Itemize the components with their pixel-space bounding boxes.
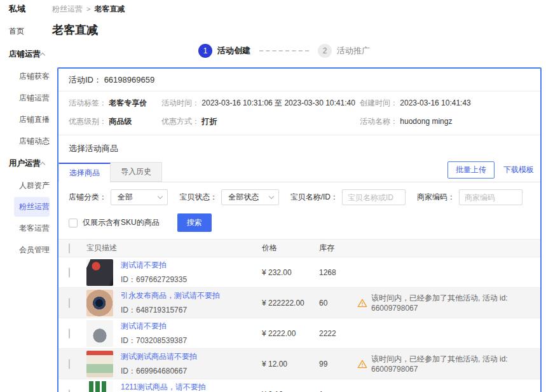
field-activity-time: 活动时间： 2023-03-16 10:31:06 至 2023-03-30 1… bbox=[161, 98, 360, 109]
product-price: ¥ 12.00 bbox=[262, 360, 319, 368]
shop-category-select[interactable]: 全部 bbox=[111, 189, 168, 205]
item-status-label: 宝贝状态： bbox=[179, 192, 217, 203]
sidebar-item-fans-ops-active[interactable]: 粉丝运营 bbox=[14, 197, 50, 217]
row-checkbox[interactable] bbox=[69, 389, 70, 392]
sidebar-item-member-mgmt[interactable]: 会员管理 bbox=[0, 239, 52, 260]
product-price: ¥ 232.00 bbox=[262, 268, 319, 277]
sku-only-checkbox[interactable] bbox=[69, 219, 78, 227]
activity-id-label: 活动ID： bbox=[69, 75, 102, 84]
sidebar-group-user-ops[interactable]: 用户运营 bbox=[0, 152, 52, 175]
table-row: 1211测试商品，请不要拍 ID：609485400381 ¥ 0.10 1 bbox=[58, 379, 540, 392]
product-stock: 1 bbox=[319, 390, 357, 392]
product-title-link[interactable]: 1211测试商品，请不要拍 bbox=[121, 382, 206, 392]
sku-filter-row: 仅展示含有SKU的商品 搜索 bbox=[58, 205, 540, 239]
item-status-select[interactable]: 全部状态 bbox=[221, 189, 278, 205]
product-id: 703208539387 bbox=[136, 336, 187, 345]
product-stock: 2222 bbox=[319, 329, 357, 338]
breadcrumb: 粉丝运营 > 老客直减 bbox=[52, 4, 125, 15]
warning-text: 该时间内，已经参加了其他活动, 活动 id: 66009798067 bbox=[371, 354, 540, 374]
sidebar-group-label: 店铺运营 bbox=[9, 49, 41, 60]
app-window: 私域 粉丝运营 > 老客直减 首页 店铺运营 店铺获客 店铺运营 店铺直播 店铺… bbox=[0, 0, 546, 392]
brand-logo: 私域 bbox=[0, 3, 52, 15]
chevron-down-icon bbox=[268, 194, 273, 199]
row-checkbox[interactable] bbox=[69, 328, 70, 339]
sidebar-item-shop-feed[interactable]: 店铺动态 bbox=[0, 130, 52, 152]
product-id: 697662729335 bbox=[136, 275, 187, 284]
field-discount-method: 优惠方式： 打折 bbox=[161, 116, 360, 127]
product-image[interactable] bbox=[86, 320, 113, 347]
warning-icon bbox=[357, 359, 367, 369]
product-price: ¥ 0.10 bbox=[262, 390, 319, 392]
table-row: 测试测试商品请不要拍 ID：669964680667 ¥ 12.00 99 该时… bbox=[58, 349, 540, 379]
search-button[interactable]: 搜索 bbox=[177, 213, 212, 232]
field-discount-level: 优惠级别： 商品级 bbox=[69, 116, 161, 127]
row-checkbox[interactable] bbox=[69, 267, 70, 278]
product-title-link[interactable]: 测试请不要拍 bbox=[121, 321, 187, 332]
warning-icon bbox=[357, 298, 367, 308]
product-stock: 60 bbox=[319, 299, 357, 308]
tab-import-history[interactable]: 导入历史 bbox=[111, 162, 162, 182]
shop-category-label: 店铺分类： bbox=[69, 192, 107, 203]
product-title-link[interactable]: 测试请不要拍 bbox=[121, 260, 187, 271]
breadcrumb-current: 老客直减 bbox=[94, 4, 125, 15]
section-title: 选择活动商品 bbox=[58, 135, 540, 161]
tab-strip: 选择商品 导入历史 批量上传 下载模板 bbox=[58, 161, 540, 182]
sidebar-item-shop-operate[interactable]: 店铺运营 bbox=[0, 87, 52, 109]
product-id: 648719315767 bbox=[136, 306, 187, 314]
row-checkbox[interactable] bbox=[69, 298, 70, 308]
item-name-label: 宝贝名称/ID： bbox=[290, 192, 338, 203]
table-row: 引永发布商品，测试请不要拍 ID：648719315767 ¥ 222222.0… bbox=[58, 288, 540, 318]
step1-circle: 1 bbox=[198, 44, 212, 58]
step2-label: 活动推广 bbox=[337, 45, 370, 57]
sidebar-item-shop-acquire[interactable]: 店铺获客 bbox=[0, 65, 52, 87]
top-bar: 私域 粉丝运营 > 老客直减 bbox=[0, 0, 546, 18]
select-all-checkbox[interactable] bbox=[69, 243, 70, 253]
chevron-up-icon bbox=[40, 162, 45, 167]
column-price: 价格 bbox=[262, 243, 319, 253]
row-checkbox[interactable] bbox=[69, 359, 70, 369]
product-image[interactable] bbox=[86, 290, 113, 316]
field-create-time: 创建时间： 2023-03-16 10:41:43 bbox=[360, 98, 530, 109]
merchant-code-label: 商家编码： bbox=[417, 192, 455, 203]
stepper: 1 活动创建 2 活动推广 bbox=[52, 44, 516, 58]
product-image[interactable] bbox=[86, 381, 113, 392]
tab-select-products[interactable]: 选择商品 bbox=[58, 163, 111, 182]
page-title: 老客直减 bbox=[52, 22, 542, 37]
warning-text: 该时间内，已经参加了其他活动, 活动 id: 66009798067 bbox=[371, 293, 540, 313]
stepper-connector bbox=[259, 50, 309, 51]
sidebar-item-crowd-assets[interactable]: 人群资产 bbox=[0, 175, 52, 196]
breadcrumb-fans-ops[interactable]: 粉丝运营 bbox=[52, 4, 83, 15]
sidebar: 首页 店铺运营 店铺获客 店铺运营 店铺直播 店铺动态 用户运营 人群资产 粉丝… bbox=[0, 18, 52, 260]
product-id: 669964680667 bbox=[136, 367, 187, 375]
item-status-value: 全部状态 bbox=[228, 192, 259, 203]
field-activity-name: 活动名称： huodong mingz bbox=[360, 116, 530, 127]
sku-only-label: 仅展示含有SKU的商品 bbox=[83, 217, 160, 228]
step1-label: 活动创建 bbox=[217, 45, 250, 57]
sidebar-item-shop-live[interactable]: 店铺直播 bbox=[0, 109, 52, 130]
activity-id-value: 66198969659 bbox=[104, 75, 155, 84]
product-image[interactable] bbox=[86, 351, 113, 377]
sidebar-group-shop-ops[interactable]: 店铺运营 bbox=[0, 43, 52, 65]
field-activity-tag: 活动标签： 老客专享价 bbox=[69, 98, 161, 109]
filter-bar: 店铺分类： 全部 宝贝状态： 全部状态 宝贝名称/ID： 商家编码： bbox=[58, 182, 540, 205]
breadcrumb-separator: > bbox=[86, 5, 90, 13]
merchant-code-input[interactable] bbox=[459, 189, 522, 205]
tab-strip-actions: 批量上传 下载模板 bbox=[447, 161, 534, 182]
chevron-down-icon bbox=[158, 194, 163, 199]
sidebar-item-home[interactable]: 首页 bbox=[0, 20, 52, 43]
step2-circle: 2 bbox=[318, 44, 332, 58]
product-price: ¥ 2222.00 bbox=[262, 329, 319, 338]
table-row: 测试请不要拍 ID：697662729335 ¥ 232.00 1268 bbox=[58, 257, 540, 288]
shop-category-value: 全部 bbox=[118, 192, 133, 203]
table-header: 宝贝描述 价格 库存 bbox=[58, 239, 540, 257]
download-template-link[interactable]: 下载模板 bbox=[503, 165, 534, 175]
product-title-link[interactable]: 引永发布商品，测试请不要拍 bbox=[121, 290, 220, 301]
product-stock: 99 bbox=[319, 360, 357, 368]
item-name-input[interactable] bbox=[342, 189, 406, 205]
sidebar-item-oldcustomer-ops[interactable]: 老客运营 bbox=[0, 217, 52, 239]
batch-upload-button[interactable]: 批量上传 bbox=[447, 161, 495, 179]
product-image[interactable] bbox=[86, 259, 113, 286]
chevron-up-icon bbox=[40, 53, 45, 58]
activity-id-row: 活动ID： 66198969659 bbox=[58, 69, 540, 91]
product-title-link[interactable]: 测试测试商品请不要拍 bbox=[121, 351, 197, 362]
